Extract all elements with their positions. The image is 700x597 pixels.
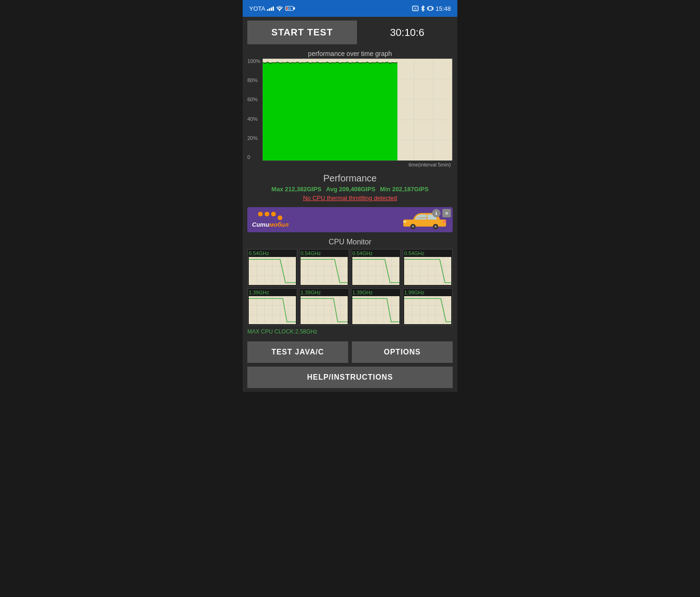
stat-min: Min 202,187GIPS [380, 186, 428, 193]
y-label-20: 20% [247, 135, 260, 141]
ad-info-button[interactable]: ℹ [432, 209, 441, 217]
carrier-name: YOTA [249, 5, 265, 12]
svg-point-23 [412, 225, 414, 228]
battery-number: 20 [286, 7, 291, 10]
svg-rect-26 [403, 221, 406, 222]
cpu-core-2: 0.54GHz [351, 249, 401, 286]
timer-display: 30:10:6 [362, 27, 453, 39]
svg-rect-3 [428, 7, 432, 10]
bottom-row-1: TEST JAVA/C OPTIONS [247, 341, 453, 363]
ad-dot-1 [258, 212, 263, 216]
options-button[interactable]: OPTIONS [352, 341, 453, 363]
cpu-grid: 0.54GHz [247, 249, 453, 326]
cpu-monitor-section: CPU Monitor 0.54GHz [243, 235, 457, 338]
car-svg: Ситимобил [401, 210, 448, 229]
cpu-mini-graph-4 [249, 296, 296, 324]
cpu-core-1: 0.54GHz [299, 249, 349, 286]
wifi-icon [276, 6, 283, 11]
cpu-core-3-freq: 0.54GHz [404, 250, 451, 256]
cpu-core-0: 0.54GHz [247, 249, 297, 286]
svg-point-0 [279, 10, 280, 11]
svg-rect-27 [443, 221, 446, 222]
cpu-core-2-freq: 0.54GHz [352, 250, 399, 256]
start-test-button[interactable]: START TEST [247, 21, 357, 44]
bottom-spacer [243, 392, 457, 420]
cpu-core-6: 1.39GHz [351, 288, 401, 326]
bottom-buttons: TEST JAVA/C OPTIONS HELP/INSTRUCTIONS [243, 338, 457, 392]
cpu-core-5: 1.39GHz [299, 288, 349, 326]
status-right: N 15:48 [412, 5, 451, 12]
y-label-40: 40% [247, 116, 260, 122]
cpu-core-1-freq: 0.54GHz [301, 250, 348, 256]
cpu-core-7: 1.99GHz [403, 288, 453, 326]
cpu-core-4: 1.39GHz [247, 288, 297, 326]
signal-bar-3 [271, 7, 272, 11]
signal-bar-4 [273, 7, 274, 11]
y-label-0: 0 [247, 154, 260, 160]
cpu-monitor-title: CPU Monitor [247, 238, 453, 246]
cpu-core-5-freq: 1.39GHz [301, 290, 348, 295]
cpu-mini-graph-1 [301, 257, 348, 285]
signal-bar-1 [267, 9, 268, 11]
cpu-mini-graph-0 [249, 257, 296, 285]
bottom-row-2: HELP/INSTRUCTIONS [247, 367, 453, 388]
graph-x-label: time(interval 5min) [247, 162, 453, 167]
status-bar: YOTA 20 [243, 0, 457, 17]
graph-area [262, 58, 453, 161]
graph-section: performance over time graph 0 20% 40% 60… [243, 48, 457, 170]
ad-close-button[interactable]: ✕ [442, 209, 451, 217]
help-instructions-button[interactable]: HELP/INSTRUCTIONS [247, 367, 453, 388]
top-controls: START TEST 30:10:6 [243, 17, 457, 48]
time-display: 15:48 [435, 5, 451, 12]
graph-title: performance over time graph [247, 50, 453, 57]
ad-car-image: Ситимобил [293, 210, 448, 229]
cpu-core-3: 0.54GHz [403, 249, 453, 286]
cpu-core-6-freq: 1.39GHz [352, 290, 399, 295]
ad-brand-name: Ситимобил [252, 221, 288, 228]
cpu-mini-graph-3 [404, 257, 451, 285]
y-label-80: 80% [247, 77, 260, 83]
status-left: YOTA 20 [249, 5, 294, 12]
svg-rect-21 [403, 220, 446, 227]
cpu-mini-graph-5 [301, 296, 348, 324]
ad-banner[interactable]: Ситимобил [247, 207, 453, 232]
app-content: START TEST 30:10:6 performance over time… [243, 17, 457, 392]
throttle-status: No CPU thermal throttling detected [247, 194, 453, 201]
svg-text:Ситимобил: Ситимобил [418, 217, 428, 219]
performance-section: Performance Max 212,382GIPS Avg 209,408G… [243, 170, 457, 204]
ad-dot-4 [278, 215, 282, 220]
signal-bars [267, 7, 274, 11]
performance-graph [263, 59, 452, 160]
cpu-core-0-freq: 0.54GHz [249, 250, 296, 256]
max-cpu-clock: MAX CPU CLOCK:2.58GHz [247, 328, 453, 335]
graph-container: 0 20% 40% 60% 80% 100% [247, 58, 453, 161]
test-javac-button[interactable]: TEST JAVA/C [247, 341, 348, 363]
signal-bar-2 [269, 8, 270, 11]
ad-logo: Ситимобил [252, 212, 288, 228]
cpu-mini-graph-7 [404, 296, 451, 324]
graph-y-axis: 0 20% 40% 60% 80% 100% [247, 58, 262, 161]
cpu-core-7-freq: 1.99GHz [404, 290, 451, 295]
svg-point-25 [434, 225, 437, 228]
ad-content: Ситимобил [247, 207, 453, 232]
cpu-core-4-freq: 1.39GHz [249, 290, 296, 295]
performance-title: Performance [247, 173, 453, 184]
battery-icon: 20 [285, 6, 294, 11]
nfc-icon: N [412, 6, 419, 11]
stat-avg: Avg 209,408GIPS [326, 186, 376, 193]
y-label-60: 60% [247, 97, 260, 102]
y-label-100: 100% [247, 58, 260, 64]
ad-dot-3 [271, 212, 276, 216]
stat-max: Max 212,382GIPS [272, 186, 322, 193]
cpu-mini-graph-2 [352, 257, 399, 285]
vibrate-icon [427, 6, 434, 11]
ad-dot-2 [265, 212, 269, 216]
cpu-mini-graph-6 [352, 296, 399, 324]
svg-text:N: N [414, 7, 417, 10]
performance-stats: Max 212,382GIPS Avg 209,408GIPS Min 202,… [247, 186, 453, 193]
ad-dots [258, 212, 282, 220]
bluetooth-icon [420, 5, 425, 12]
